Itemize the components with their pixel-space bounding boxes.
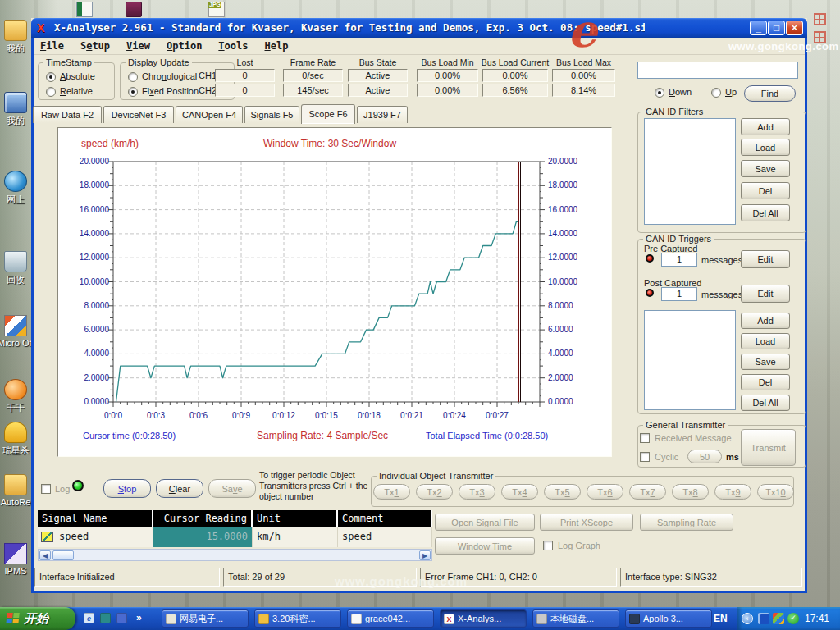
scroll-left-icon[interactable]: ◀ bbox=[39, 550, 51, 560]
messenger-icon[interactable] bbox=[116, 613, 127, 623]
log-checkbox[interactable] bbox=[41, 484, 51, 494]
menu-option[interactable]: Option bbox=[167, 40, 202, 52]
music-icon[interactable] bbox=[4, 379, 27, 400]
tab-canopen-f4[interactable]: CANOpen F4 bbox=[176, 106, 243, 123]
save-button[interactable]: Save bbox=[208, 479, 256, 498]
stop-button[interactable]: Stop bbox=[103, 479, 151, 498]
tx-button-tx9[interactable]: Tx9 bbox=[714, 484, 751, 500]
can-id-triggers-list[interactable] bbox=[644, 310, 736, 410]
tx-button-tx10[interactable]: Tx10 bbox=[757, 484, 794, 500]
transmit-button[interactable]: Transmit bbox=[741, 429, 796, 466]
triggers-add-button[interactable]: Add bbox=[741, 313, 790, 329]
task-button-x-analys-[interactable]: XX-Analys... bbox=[440, 609, 527, 628]
office-icon[interactable] bbox=[4, 315, 27, 336]
radio-find-up[interactable] bbox=[711, 88, 721, 98]
tx-button-tx7[interactable]: Tx7 bbox=[629, 484, 666, 500]
filters-load-button[interactable]: Load bbox=[741, 139, 790, 156]
tx-button-tx2[interactable]: Tx2 bbox=[416, 484, 453, 500]
radio-relative[interactable] bbox=[46, 87, 56, 97]
task-button--[interactable]: 本地磁盘... bbox=[532, 609, 619, 628]
ie-quicklaunch-icon[interactable]: e bbox=[84, 613, 94, 623]
cyclic-checkbox[interactable] bbox=[640, 452, 650, 462]
find-button[interactable]: Find bbox=[744, 85, 796, 102]
tab-j1939-f7[interactable]: J1939 F7 bbox=[357, 106, 408, 123]
display-update-group-label: Display Update bbox=[126, 57, 192, 67]
cyclic-interval-field[interactable]: 50 bbox=[687, 450, 722, 463]
tx-button-tx4[interactable]: Tx4 bbox=[501, 484, 538, 500]
globe-icon[interactable] bbox=[4, 171, 27, 192]
start-button[interactable]: 开始 bbox=[0, 607, 75, 630]
folder-icon[interactable] bbox=[4, 20, 27, 41]
scope-plot[interactable] bbox=[113, 162, 540, 402]
triggers-del-button[interactable]: Del bbox=[741, 374, 790, 390]
window-time-button[interactable]: Window Time bbox=[435, 537, 535, 555]
tab-devicenet-f3[interactable]: DeviceNet F3 bbox=[103, 106, 174, 123]
filters-del-all-button[interactable]: Del All bbox=[741, 204, 790, 221]
sampling-rate-button[interactable]: Sampling Rate bbox=[640, 514, 733, 531]
task-button--[interactable]: 网易电子... bbox=[162, 609, 249, 628]
tx-button-tx1[interactable]: Tx1 bbox=[373, 484, 410, 500]
find-input[interactable] bbox=[637, 62, 798, 79]
received-message-checkbox[interactable] bbox=[640, 433, 650, 443]
radio-find-down[interactable] bbox=[655, 88, 664, 98]
triggers-del-all-button[interactable]: Del All bbox=[741, 395, 790, 411]
can-id-filters-list[interactable] bbox=[644, 118, 736, 225]
triggers-load-button[interactable]: Load bbox=[741, 333, 790, 349]
app-icon: X bbox=[37, 21, 50, 34]
scroll-thumb[interactable] bbox=[52, 550, 74, 560]
tx-button-tx8[interactable]: Tx8 bbox=[672, 484, 709, 500]
task-button-3-20-[interactable]: 3.20科密... bbox=[254, 609, 341, 628]
pre-captured-count[interactable]: 1 bbox=[661, 253, 697, 267]
print-xscope-button[interactable]: Print XScope bbox=[540, 514, 633, 531]
sampling-rate-label: Sampling Rate: 4 Sample/Sec bbox=[257, 430, 388, 441]
clear-button[interactable]: Clear bbox=[156, 479, 203, 498]
scroll-right-icon[interactable]: ▶ bbox=[419, 550, 431, 560]
filters-add-button[interactable]: Add bbox=[741, 118, 790, 135]
tray-network-icon[interactable] bbox=[758, 613, 769, 624]
language-indicator[interactable]: EN bbox=[714, 613, 728, 624]
menu-tools[interactable]: Tools bbox=[218, 40, 248, 52]
umbrella-icon[interactable] bbox=[4, 422, 27, 443]
tx-button-tx6[interactable]: Tx6 bbox=[587, 484, 623, 500]
tray-chevron-icon[interactable]: ‹ bbox=[742, 613, 753, 624]
show-desktop-icon[interactable] bbox=[100, 613, 111, 623]
cursor-time-label: Cursor time (0:0:28.50) bbox=[83, 431, 176, 441]
quicklaunch-overflow-chevron[interactable]: » bbox=[136, 612, 142, 623]
computer-icon[interactable] bbox=[4, 92, 27, 113]
table-scrollbar[interactable]: ◀ ▶ bbox=[38, 549, 432, 561]
y-axis-label-right: 8.0000 bbox=[548, 301, 597, 311]
post-edit-button[interactable]: Edit bbox=[741, 285, 790, 303]
radio-absolute[interactable] bbox=[46, 72, 56, 82]
recycle-icon[interactable] bbox=[4, 251, 27, 272]
menu-file[interactable]: File bbox=[40, 40, 64, 52]
close-button[interactable]: × bbox=[786, 21, 803, 35]
menu-help[interactable]: Help bbox=[265, 40, 289, 52]
triggers-save-button[interactable]: Save bbox=[741, 354, 790, 370]
open-signal-file-button[interactable]: Open Signal File bbox=[435, 514, 535, 531]
filters-del-button[interactable]: Del bbox=[741, 182, 790, 199]
title-bar[interactable]: X X-Analyser 2.961 - Standard for Kvaser… bbox=[31, 18, 807, 38]
desktop-icon-label: AutoRe bbox=[0, 497, 34, 507]
tab-signals-f5[interactable]: Signals F5 bbox=[244, 106, 299, 123]
folder-icon[interactable] bbox=[4, 474, 27, 495]
maximize-button[interactable]: □ bbox=[768, 21, 785, 35]
task-button-grace042-[interactable]: grace042... bbox=[347, 609, 434, 628]
tab-raw-data-f2[interactable]: Raw Data F2 bbox=[33, 106, 102, 123]
radio-fixed-position[interactable] bbox=[128, 87, 138, 97]
log-graph-checkbox[interactable] bbox=[543, 541, 553, 550]
radio-chronological[interactable] bbox=[128, 72, 138, 82]
tx-button-tx5[interactable]: Tx5 bbox=[544, 484, 581, 500]
minimize-button[interactable]: _ bbox=[750, 21, 767, 35]
menu-setup[interactable]: Setup bbox=[80, 40, 110, 52]
tray-antivirus-icon[interactable]: ✓ bbox=[788, 613, 799, 624]
tray-theme-icon[interactable] bbox=[773, 613, 784, 624]
task-button-apollo-3-[interactable]: Apollo 3... bbox=[625, 609, 712, 628]
pre-edit-button[interactable]: Edit bbox=[741, 250, 790, 268]
filters-save-button[interactable]: Save bbox=[741, 160, 790, 177]
tx-button-tx3[interactable]: Tx3 bbox=[459, 484, 495, 500]
menu-view[interactable]: View bbox=[126, 40, 150, 52]
app-icon[interactable] bbox=[4, 543, 27, 564]
post-captured-count[interactable]: 1 bbox=[661, 287, 697, 301]
tab-scope-f6[interactable]: Scope F6 bbox=[301, 104, 355, 124]
task-label: 本地磁盘... bbox=[550, 613, 594, 625]
